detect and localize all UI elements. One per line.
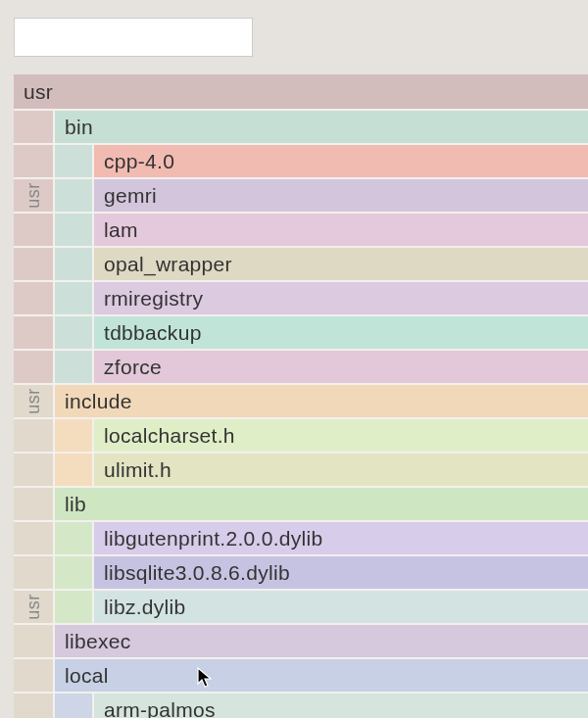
tree-row-usr[interactable]: usr [14, 74, 588, 109]
tree-label-local: local [53, 659, 588, 692]
tree-row[interactable]: localcharset.h [14, 417, 588, 452]
tree-label: lam [92, 214, 588, 246]
tree-row-bin[interactable]: bin [14, 109, 588, 143]
tree-label: libsqlite3.0.8.6.dylib [92, 556, 588, 589]
tree-label: localcharset.h [92, 419, 588, 452]
tree-label-include: include [53, 385, 588, 417]
tree-label: arm-palmos [92, 694, 588, 718]
tree-label-libexec: libexec [53, 625, 588, 657]
tree-label-bin: bin [53, 111, 588, 143]
tree-label: tdbbackup [92, 316, 588, 349]
tree-row[interactable]: usr libz.dylib [14, 589, 588, 623]
tree-label: cpp-4.0 [92, 145, 588, 177]
tree-row-local[interactable]: local [14, 657, 588, 692]
tree-row[interactable]: libgutenprint.2.0.0.dylib [14, 520, 588, 554]
gutter-label: usr [14, 385, 53, 417]
tree-row-libexec[interactable]: libexec [14, 623, 588, 657]
tree-view: usr bin cpp-4.0 usr gemri lam opal_wrapp… [14, 74, 588, 718]
tree-label: zforce [92, 351, 588, 383]
tree-row[interactable]: zforce [14, 349, 588, 383]
tree-label-usr: usr [14, 74, 588, 109]
gutter-label: usr [14, 591, 53, 623]
tree-label: libz.dylib [92, 591, 588, 623]
tree-row[interactable]: tdbbackup [14, 314, 588, 349]
tree-label: ulimit.h [92, 454, 588, 486]
tree-row-include[interactable]: usr include [14, 383, 588, 417]
tree-row[interactable]: usr gemri [14, 177, 588, 212]
tree-label: libgutenprint.2.0.0.dylib [92, 522, 588, 554]
tree-row[interactable]: rmiregistry [14, 280, 588, 314]
gutter-label: usr [14, 179, 53, 212]
tree-row[interactable]: libsqlite3.0.8.6.dylib [14, 554, 588, 589]
tree-row[interactable]: opal_wrapper [14, 246, 588, 280]
search-input[interactable] [14, 18, 253, 57]
tree-row-lib[interactable]: lib [14, 486, 588, 520]
tree-row[interactable]: ulimit.h [14, 452, 588, 486]
tree-label: rmiregistry [92, 282, 588, 314]
tree-label: gemri [92, 179, 588, 212]
tree-row[interactable]: arm-palmos [14, 692, 588, 718]
toolbar [0, 0, 588, 74]
tree-label-lib: lib [53, 488, 588, 520]
tree-label: opal_wrapper [92, 248, 588, 280]
tree-row[interactable]: cpp-4.0 [14, 143, 588, 177]
tree-row[interactable]: lam [14, 212, 588, 246]
